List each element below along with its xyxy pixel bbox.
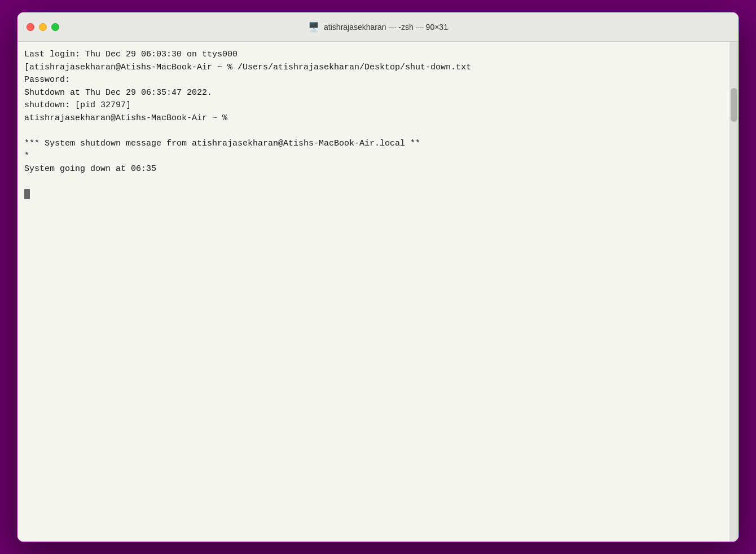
terminal-body[interactable]: Last login: Thu Dec 29 06:03:30 on ttys0… (17, 42, 739, 542)
terminal-line: *** System shutdown message from atishra… (24, 138, 727, 151)
terminal-line: atishrajasekharan@Atishs-MacBook-Air ~ % (24, 112, 727, 125)
terminal-line (24, 175, 727, 188)
scrollbar-thumb[interactable] (731, 88, 737, 122)
titlebar: 🖥️ atishrajasekharan — -zsh — 90×31 (17, 12, 739, 42)
terminal-line: shutdown: [pid 32797] (24, 99, 727, 112)
cursor (24, 189, 30, 199)
traffic-lights (27, 23, 59, 31)
terminal-line (24, 125, 727, 138)
terminal-line: [atishrajasekharan@Atishs-MacBook-Air ~ … (24, 61, 727, 74)
terminal-line: Password: (24, 74, 727, 87)
maximize-button[interactable] (51, 23, 59, 31)
terminal-line: * (24, 150, 727, 163)
scrollbar[interactable] (729, 42, 739, 542)
terminal-line: System going down at 06:35 (24, 163, 727, 176)
minimize-button[interactable] (39, 23, 47, 31)
terminal-line (24, 188, 727, 201)
terminal-line: Last login: Thu Dec 29 06:03:30 on ttys0… (24, 49, 727, 61)
title-text: atishrajasekharan — -zsh — 90×31 (324, 23, 448, 32)
terminal-line: Shutdown at Thu Dec 29 06:35:47 2022. (24, 87, 727, 100)
window-title: 🖥️ atishrajasekharan — -zsh — 90×31 (308, 21, 448, 32)
close-button[interactable] (27, 23, 34, 31)
terminal-window: 🖥️ atishrajasekharan — -zsh — 90×31 Last… (17, 12, 739, 542)
terminal-icon: 🖥️ (308, 21, 319, 32)
